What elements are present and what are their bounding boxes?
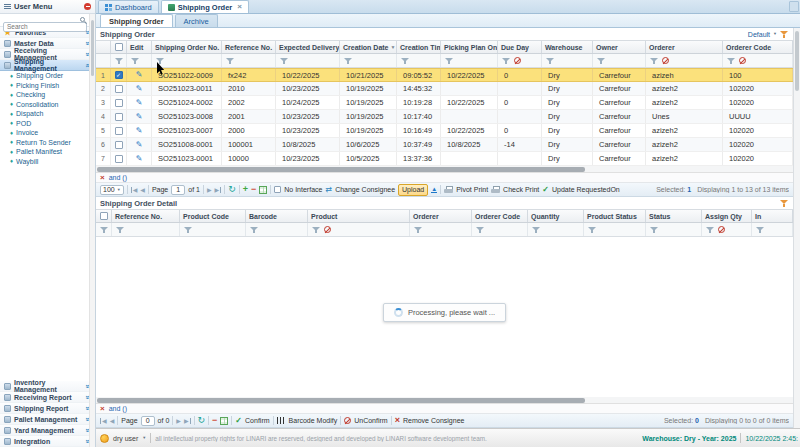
change-consignee-button[interactable]: Change Consignee <box>335 186 395 193</box>
col-in[interactable]: In <box>752 210 793 222</box>
clear-filter-icon[interactable] <box>514 57 521 64</box>
subtab-archive[interactable]: Archive <box>175 14 218 27</box>
upload-icon[interactable]: ▲ <box>431 186 437 194</box>
row-edit-cell[interactable]: ✎ <box>127 96 152 109</box>
col-select[interactable] <box>96 210 112 222</box>
edit-icon[interactable]: ✎ <box>136 99 143 107</box>
row-select-cell[interactable] <box>111 124 127 137</box>
no-interface-label[interactable]: No Interface <box>284 186 322 193</box>
row-edit-cell[interactable]: ✎ <box>127 110 152 123</box>
cell-due-day[interactable]: -14 <box>498 138 542 151</box>
cell-reference-no[interactable]: 100001 <box>222 138 276 151</box>
edit-icon[interactable]: ✎ <box>136 71 143 79</box>
filter-cell[interactable] <box>498 54 542 67</box>
filter-funnel-icon[interactable] <box>401 57 410 65</box>
cell-picking-plan-on[interactable]: 10/8/2025 <box>441 138 498 151</box>
select-all-checkbox[interactable] <box>100 212 108 220</box>
edit-icon[interactable]: ✎ <box>136 85 143 93</box>
col-status[interactable]: Status <box>646 210 702 222</box>
filter-active-icon[interactable] <box>780 199 789 207</box>
row-checkbox[interactable] <box>115 113 123 121</box>
filter-funnel-icon[interactable] <box>588 226 597 234</box>
filter-funnel-icon[interactable] <box>502 57 511 65</box>
filter-funnel-icon[interactable] <box>727 57 736 65</box>
sidebar-group[interactable]: Receiving Report » <box>0 392 95 403</box>
sidebar-item[interactable]: ♦ Dispatch <box>0 109 95 119</box>
filter-cell[interactable] <box>397 54 441 67</box>
filter-expression[interactable]: and () <box>109 405 127 412</box>
row-select-cell[interactable] <box>111 110 127 123</box>
filter-cell[interactable] <box>646 223 702 236</box>
filter-funnel-icon[interactable] <box>116 226 125 234</box>
pivot-print-button[interactable]: Pivot Print <box>456 186 488 193</box>
row-edit-cell[interactable]: ✎ <box>127 124 152 137</box>
filter-cell[interactable] <box>96 54 111 67</box>
cell-creation-date[interactable]: 10/19/2025 <box>340 96 397 109</box>
prev-page-button[interactable]: ◀ <box>110 418 115 424</box>
filter-cell[interactable] <box>542 54 593 67</box>
confirm-button[interactable]: Confirm <box>245 417 270 424</box>
col-warehouse[interactable]: Warehouse <box>542 41 593 53</box>
filter-funnel-icon[interactable] <box>476 226 485 234</box>
col-shipping-order-no[interactable]: Shipping Order No. <box>152 41 222 53</box>
filter-funnel-icon[interactable] <box>445 57 454 65</box>
cell-due-day[interactable]: 0 <box>498 124 542 137</box>
table-row[interactable]: 4 ✎ SO251023-0008 2001 10/23/2025 10/19/… <box>96 110 793 124</box>
col-orderer[interactable]: Orderer <box>646 41 723 53</box>
close-icon[interactable]: × <box>237 3 242 11</box>
select-all-checkbox[interactable] <box>115 43 123 51</box>
filter-cell[interactable] <box>584 223 646 236</box>
page-size-select[interactable]: 100▼ <box>100 185 124 195</box>
cell-reference-no[interactable]: 2002 <box>222 96 276 109</box>
filter-funnel-icon[interactable] <box>100 226 109 234</box>
edit-icon[interactable]: ✎ <box>136 127 143 135</box>
cell-reference-no[interactable]: 2001 <box>222 110 276 123</box>
barcode-modify-button[interactable]: Barcode Modify <box>289 417 338 424</box>
sidebar-group[interactable]: Integration » <box>0 436 95 447</box>
cell-expected-delivery-date[interactable]: 10/23/2025 <box>276 124 340 137</box>
cell-expected-delivery-date[interactable]: 10/23/2025 <box>276 82 340 95</box>
cell-owner[interactable]: Carrefour <box>593 96 646 109</box>
sidebar-item[interactable]: ♦ Picking Finish <box>0 81 95 91</box>
filter-funnel-icon[interactable] <box>650 226 659 234</box>
logout-icon[interactable] <box>84 3 91 10</box>
filter-cell[interactable] <box>180 223 246 236</box>
sidebar-item[interactable]: ♦ Invoice <box>0 128 95 138</box>
cell-orderer-code[interactable]: 102020 <box>723 138 793 151</box>
filter-funnel-icon[interactable] <box>226 57 235 65</box>
filter-funnel-icon[interactable] <box>546 57 555 65</box>
cell-warehouse[interactable]: Dry <box>542 124 593 137</box>
cell-shipping-order-no[interactable]: SO251024-0002 <box>152 96 222 109</box>
search-input[interactable] <box>3 22 87 32</box>
filter-cell[interactable] <box>308 223 410 236</box>
table-row[interactable]: 2 ✎ SO251023-0011 2010 10/23/2025 10/19/… <box>96 82 793 96</box>
cell-creation-time[interactable]: 14:45:32 <box>397 82 441 95</box>
remove-icon[interactable]: − <box>212 416 217 425</box>
cell-shipping-order-no[interactable]: SO251022-0009 <box>152 69 222 81</box>
sidebar-item[interactable]: ♦ Waybill <box>0 157 95 167</box>
tab-scroll-button[interactable] <box>789 1 799 12</box>
grid-icon[interactable] <box>259 186 267 194</box>
cell-creation-date[interactable]: 10/19/2025 <box>340 124 397 137</box>
col-due-day[interactable]: Due Day <box>498 41 542 53</box>
cell-expected-delivery-date[interactable]: 10/23/2025 <box>276 110 340 123</box>
last-page-button[interactable]: ▶ <box>184 418 191 424</box>
col-select[interactable] <box>111 41 127 53</box>
filter-cell[interactable] <box>472 223 528 236</box>
edit-icon[interactable]: ✎ <box>136 113 143 121</box>
cell-shipping-order-no[interactable]: SO251023-0008 <box>152 110 222 123</box>
row-edit-cell[interactable]: ✎ <box>127 69 152 81</box>
row-checkbox[interactable] <box>115 141 123 149</box>
cell-expected-delivery-date[interactable]: 10/8/2025 <box>276 138 340 151</box>
filter-funnel-icon[interactable] <box>414 226 423 234</box>
row-edit-cell[interactable]: ✎ <box>127 138 152 151</box>
filter-cell[interactable] <box>410 223 472 236</box>
refresh-icon[interactable]: ↻ <box>198 416 206 425</box>
sidebar-group[interactable]: Shipping Report » <box>0 403 95 414</box>
cell-owner[interactable]: Carrefour <box>593 124 646 137</box>
sidebar-group-shipping-management[interactable]: Shipping Management » <box>0 60 95 71</box>
filter-active-icon[interactable] <box>780 30 789 38</box>
tab-dashboard[interactable]: Dashboard <box>98 0 159 13</box>
refresh-icon[interactable]: ↻ <box>228 185 236 194</box>
col-orderer[interactable]: Orderer <box>410 210 472 222</box>
